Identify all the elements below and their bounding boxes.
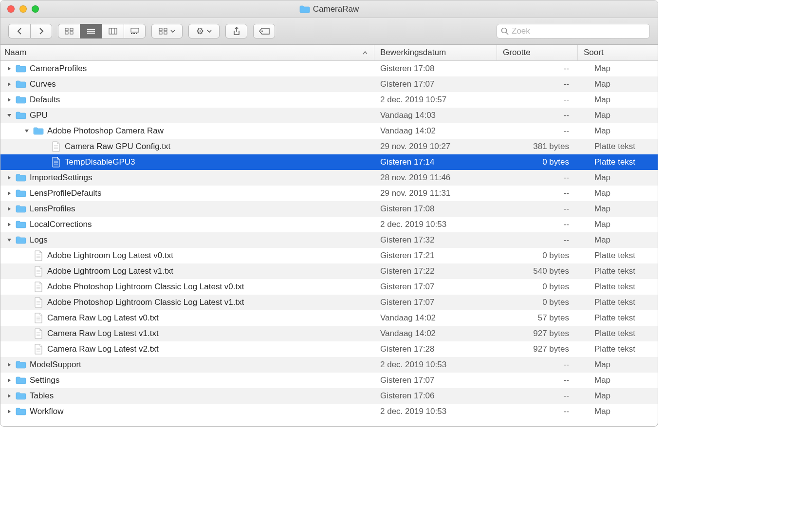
table-row[interactable]: SettingsGisteren 17:07--Map	[0, 373, 658, 388]
file-name: Adobe Lightroom Log Latest v0.txt	[47, 251, 173, 261]
disclosure-triangle-icon[interactable]	[5, 392, 13, 400]
column-view-button[interactable]	[102, 24, 124, 38]
search-input[interactable]	[512, 26, 646, 36]
table-row[interactable]: LensProfilesGisteren 17:08--Map	[0, 201, 658, 217]
forward-button[interactable]	[30, 24, 52, 38]
share-button[interactable]	[225, 24, 247, 38]
cell-size: 540 bytes	[497, 263, 578, 279]
file-icon	[33, 250, 44, 261]
search-field[interactable]	[497, 24, 650, 38]
disclosure-triangle-icon[interactable]	[5, 361, 13, 369]
disclosure-triangle-icon[interactable]	[5, 80, 13, 88]
column-header-kind[interactable]: Soort	[578, 45, 658, 60]
disclosure-triangle-icon[interactable]	[5, 236, 13, 244]
table-row[interactable]: Adobe Photoshop Lightroom Classic Log La…	[0, 295, 658, 310]
table-row[interactable]: CameraProfilesGisteren 17:08--Map	[0, 61, 658, 76]
cell-kind: Platte tekst	[578, 139, 658, 154]
disclosure-triangle-icon	[23, 252, 31, 260]
disclosure-triangle-icon[interactable]	[5, 376, 13, 384]
disclosure-triangle-icon[interactable]	[23, 127, 31, 135]
folder-icon	[15, 188, 27, 199]
table-row[interactable]: Defaults2 dec. 2019 10:57--Map	[0, 92, 658, 108]
cell-date: Vandaag 14:02	[374, 326, 497, 341]
file-name: GPU	[30, 111, 48, 120]
cell-name: Adobe Photoshop Lightroom Classic Log La…	[0, 295, 374, 310]
table-row[interactable]: ModelSupport2 dec. 2019 10:53--Map	[0, 357, 658, 373]
table-row[interactable]: Camera Raw Log Latest v2.txtGisteren 17:…	[0, 341, 658, 357]
svg-rect-1	[70, 28, 73, 31]
table-row[interactable]: TempDisableGPU3Gisteren 17:140 bytesPlat…	[0, 154, 658, 170]
table-row[interactable]: GPUVandaag 14:03--Map	[0, 108, 658, 123]
back-button[interactable]	[8, 24, 30, 38]
cell-date: Gisteren 17:22	[374, 263, 497, 279]
window-controls	[7, 5, 39, 13]
table-row[interactable]: Workflow2 dec. 2019 10:53--Map	[0, 404, 658, 419]
file-name: Curves	[30, 79, 56, 89]
table-row[interactable]: Adobe Lightroom Log Latest v0.txtGistere…	[0, 248, 658, 263]
close-button[interactable]	[7, 5, 15, 13]
svg-point-18	[261, 31, 263, 32]
svg-line-20	[506, 33, 509, 35]
column-header-size[interactable]: Grootte	[497, 45, 578, 60]
table-row[interactable]: Camera Raw GPU Config.txt29 nov. 2019 10…	[0, 139, 658, 154]
cell-name: TempDisableGPU3	[0, 154, 374, 170]
disclosure-triangle-icon[interactable]	[5, 221, 13, 228]
table-row[interactable]: LocalCorrections2 dec. 2019 10:53--Map	[0, 217, 658, 232]
table-row[interactable]: Camera Raw Log Latest v0.txtVandaag 14:0…	[0, 310, 658, 326]
folder-icon	[15, 406, 27, 417]
table-row[interactable]: Adobe Photoshop Lightroom Classic Log La…	[0, 279, 658, 295]
cell-size: 0 bytes	[497, 295, 578, 310]
cell-date: 2 dec. 2019 10:53	[374, 404, 497, 419]
cell-name: Camera Raw Log Latest v1.txt	[0, 326, 374, 341]
file-name: Camera Raw GPU Config.txt	[65, 142, 170, 151]
disclosure-triangle-icon[interactable]	[5, 174, 13, 182]
cell-date: 2 dec. 2019 10:53	[374, 357, 497, 373]
cell-kind: Map	[578, 170, 658, 186]
action-button[interactable]: ⚙	[188, 24, 220, 38]
tags-button[interactable]	[253, 24, 275, 38]
table-row[interactable]: LensProfileDefaults29 nov. 2019 11:31--M…	[0, 186, 658, 201]
disclosure-triangle-icon	[23, 267, 31, 275]
cell-date: Vandaag 14:03	[374, 108, 497, 123]
maximize-button[interactable]	[32, 5, 39, 13]
cell-kind: Map	[578, 76, 658, 92]
cell-date: 2 dec. 2019 10:53	[374, 217, 497, 232]
disclosure-triangle-icon[interactable]	[5, 65, 13, 73]
cell-name: Workflow	[0, 404, 374, 419]
list-view-button[interactable]	[80, 24, 102, 38]
cell-size: --	[497, 108, 578, 123]
cell-size: --	[497, 201, 578, 217]
disclosure-triangle-icon[interactable]	[5, 112, 13, 119]
cell-name: Curves	[0, 76, 374, 92]
arrange-button[interactable]	[151, 24, 183, 38]
svg-rect-0	[65, 28, 68, 31]
cell-kind: Map	[578, 108, 658, 123]
minimize-button[interactable]	[19, 5, 27, 13]
column-header-date[interactable]: Bewerkingsdatum	[374, 45, 497, 60]
disclosure-triangle-icon	[23, 283, 31, 291]
disclosure-triangle-icon[interactable]	[5, 408, 13, 415]
file-name: LensProfiles	[30, 204, 75, 214]
cell-name: CameraProfiles	[0, 61, 374, 76]
disclosure-triangle-icon[interactable]	[5, 189, 13, 197]
icon-view-button[interactable]	[58, 24, 80, 38]
cell-date: Gisteren 17:07	[374, 279, 497, 295]
table-row[interactable]: CurvesGisteren 17:07--Map	[0, 76, 658, 92]
column-header-name[interactable]: Naam	[0, 45, 374, 60]
cell-name: Adobe Lightroom Log Latest v0.txt	[0, 248, 374, 263]
table-row[interactable]: ImportedSettings28 nov. 2019 11:46--Map	[0, 170, 658, 186]
gallery-view-button[interactable]	[124, 24, 146, 38]
table-row[interactable]: TablesGisteren 17:06--Map	[0, 388, 658, 404]
disclosure-triangle-icon	[23, 299, 31, 306]
table-row[interactable]: Adobe Lightroom Log Latest v1.txtGistere…	[0, 263, 658, 279]
table-row[interactable]: Camera Raw Log Latest v1.txtVandaag 14:0…	[0, 326, 658, 341]
disclosure-triangle-icon[interactable]	[5, 205, 13, 213]
table-row[interactable]: Adobe Photoshop Camera RawVandaag 14:02-…	[0, 123, 658, 139]
table-row[interactable]: LogsGisteren 17:32--Map	[0, 232, 658, 248]
cell-date: Gisteren 17:28	[374, 341, 497, 357]
column-headers: Naam Bewerkingsdatum Grootte Soort	[0, 45, 658, 61]
disclosure-triangle-icon[interactable]	[5, 96, 13, 104]
cell-name: Camera Raw Log Latest v0.txt	[0, 310, 374, 326]
cell-size: --	[497, 61, 578, 76]
svg-rect-12	[133, 33, 135, 34]
